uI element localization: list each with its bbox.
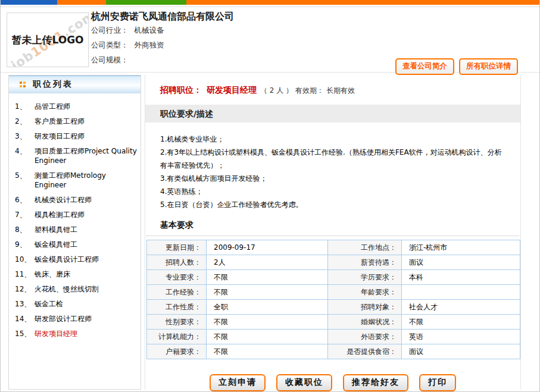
- table-value-cell: 2009-09-17: [207, 240, 328, 255]
- job-detail-panel: 招聘职位：研发项目经理（ 2 人 ）有效期：长期有效 职位要求/描述 1.机械类…: [145, 75, 521, 390]
- company-field-label: 公司类型：: [91, 40, 129, 49]
- description-line: 2.有3年以上结构设计或塑料模具、钣金模具设计工作经验.（熟练使用相关FEA软件…: [160, 146, 504, 172]
- table-label-cell: 更新日期：: [147, 240, 207, 255]
- job-list-title: 职位列表: [33, 79, 73, 90]
- header-button[interactable]: 所有职位详情: [459, 58, 518, 75]
- job-item-label: 品管工程师: [35, 102, 137, 111]
- description-line: 5.在日资（台资）企业工作经验者优先考虑。: [160, 198, 504, 211]
- job-description: 1.机械类专业毕业；2.有3年以上结构设计或塑料模具、钣金模具设计工作经验.（熟…: [160, 133, 504, 211]
- table-value-cell: 英语: [402, 330, 520, 344]
- table-label-cell: 工作性质：: [147, 300, 207, 315]
- table-row: 更新日期：2009-09-17工作地点：浙江-杭州市: [147, 240, 520, 255]
- table-label-cell: 专业要求：: [147, 270, 207, 285]
- job-item-label: 铣床、磨床: [35, 269, 137, 279]
- company-field: 公司规模：: [91, 52, 234, 67]
- job-item-label: 钣金工检: [35, 299, 137, 309]
- topbar-green-segment: [106, 0, 186, 5]
- job-list-header: 职位列表: [9, 76, 141, 93]
- job-item-label: 机械类设计工程师: [35, 195, 137, 205]
- action-button[interactable]: 收藏职位: [276, 374, 332, 391]
- job-item-number: 7、: [15, 210, 35, 219]
- table-label-cell: 外语要求：: [328, 330, 402, 344]
- action-button[interactable]: 立刻申请: [210, 374, 266, 391]
- topbar-orange-long-segment: [186, 0, 539, 5]
- sidebar-job-item[interactable]: 7、模具检测工程师: [9, 210, 141, 219]
- job-item-number: 3、: [15, 131, 35, 141]
- job-item-number: 4、: [15, 146, 35, 165]
- page: job1001.com 暂未上传LOGO 杭州安费诺飞凤通信部品有限公司 公司行…: [0, 0, 540, 392]
- table-row: 性别要求：不限婚姻状况：不限: [147, 315, 520, 330]
- table-label-cell: 学历要求：: [328, 270, 402, 285]
- job-item-number: 1、: [15, 102, 35, 111]
- job-item-number: 15、: [15, 329, 35, 338]
- table-row: 招聘人数：2人薪资待遇：面议: [147, 255, 520, 270]
- job-item-number: 10、: [15, 255, 35, 264]
- company-name: 杭州安费诺飞凤通信部品有限公司: [91, 11, 234, 23]
- job-list-panel: 职位列表 1、品管工程师2、客户质量工程师3、研发项目工程师4、项目质量工程师P…: [8, 75, 141, 390]
- action-buttons: 立刻申请收藏职位推荐给好友打印: [145, 374, 520, 391]
- action-button[interactable]: 推荐给好友: [343, 374, 408, 391]
- table-label-cell: 招聘人数：: [147, 255, 207, 270]
- job-item-label: 测量工程师Metrology Engineer: [35, 171, 137, 190]
- table-label-cell: 性别要求：: [147, 315, 207, 330]
- table-label-cell: 计算机能力：: [147, 330, 207, 344]
- sidebar-job-item[interactable]: 3、研发项目工程师: [9, 131, 141, 141]
- sidebar-job-item[interactable]: 9、钣金模具钳工: [9, 240, 141, 249]
- table-value-cell: 2人: [207, 255, 328, 270]
- company-field: 公司行业：机械设备: [91, 23, 234, 37]
- job-headcount: （ 2 人 ）: [260, 86, 293, 95]
- job-title-label: 招聘职位：: [160, 85, 202, 95]
- sidebar-job-item[interactable]: 6、机械类设计工程师: [9, 195, 141, 205]
- sidebar-job-item[interactable]: 14、研发部设计工程师: [9, 314, 141, 324]
- job-item-number: 5、: [15, 171, 35, 190]
- job-item-label: 研发项目经理: [35, 329, 137, 338]
- basic-requirements-table: 更新日期：2009-09-17工作地点：浙江-杭州市招聘人数：2人薪资待遇：面议…: [146, 240, 520, 359]
- table-value-cell: 不限: [207, 285, 328, 300]
- table-row: 专业要求：不限学历要求：本科: [147, 270, 520, 285]
- sidebar-job-item[interactable]: 8、塑料模具钳工: [9, 225, 141, 234]
- job-item-label: 钣金模具设计工程师: [35, 255, 137, 264]
- job-item-label: 火花机、慢丝线切割: [35, 284, 137, 294]
- top-color-bar: [1, 0, 539, 5]
- table-value-cell: 全职: [207, 300, 328, 315]
- description-line: 4.英语熟练；: [160, 185, 504, 198]
- logo-placeholder-text: 暂未上传LOGO: [11, 33, 83, 47]
- job-item-label: 项目质量工程师Project Quality Engineer: [35, 146, 137, 165]
- company-field-label: 公司规模：: [91, 55, 129, 64]
- job-item-number: 8、: [15, 225, 35, 234]
- job-item-label: 研发项目工程师: [35, 131, 137, 141]
- sidebar-job-item[interactable]: 15、研发项目经理: [9, 329, 141, 338]
- table-value-cell: [402, 285, 520, 300]
- sidebar-job-item[interactable]: 2、客户质量工程师: [9, 117, 141, 126]
- action-button[interactable]: 打印: [419, 374, 456, 391]
- job-item-label: 钣金模具钳工: [35, 240, 137, 249]
- validity-value: 长期有效: [326, 86, 355, 95]
- sidebar-job-item[interactable]: 13、钣金工检: [9, 299, 141, 309]
- sidebar-job-item[interactable]: 12、火花机、慢丝线切割: [9, 284, 141, 294]
- table-value-cell: 不限: [207, 315, 328, 330]
- job-item-number: 14、: [15, 314, 35, 324]
- sidebar-job-item[interactable]: 11、铣床、磨床: [9, 269, 141, 279]
- requirements-section-header: 职位要求/描述: [145, 105, 520, 123]
- basic-requirements-header: 基本要求: [146, 220, 519, 236]
- job-item-label: 客户质量工程师: [35, 117, 137, 126]
- sidebar-job-item[interactable]: 4、项目质量工程师Project Quality Engineer: [9, 146, 141, 165]
- topbar-orange-segment: [57, 0, 106, 5]
- job-item-number: 13、: [15, 299, 35, 309]
- description-line: 1.机械类专业毕业；: [160, 133, 504, 146]
- table-value-cell: 不限: [207, 330, 328, 344]
- description-line: 3.有类似机械方面项目开发经验；: [160, 172, 504, 185]
- job-item-number: 6、: [15, 195, 35, 205]
- company-header: job1001.com 暂未上传LOGO 杭州安费诺飞凤通信部品有限公司 公司行…: [1, 7, 539, 73]
- header-button[interactable]: 查看公司简介: [395, 58, 454, 75]
- table-value-cell: 本科: [402, 270, 520, 285]
- sidebar-job-item[interactable]: 5、测量工程师Metrology Engineer: [9, 171, 141, 190]
- sidebar-job-item[interactable]: 10、钣金模具设计工程师: [9, 255, 141, 264]
- sidebar-job-item[interactable]: 1、品管工程师: [9, 102, 141, 111]
- table-row: 工作经验：不限年龄要求：: [147, 285, 520, 300]
- company-logo-placeholder: job1001.com 暂未上传LOGO: [7, 12, 89, 67]
- company-field-value: 外商独资: [135, 40, 164, 49]
- header-buttons: 查看公司简介所有职位详情: [391, 58, 518, 75]
- job-item-number: 9、: [15, 240, 35, 249]
- grid-squares-icon: [20, 81, 26, 87]
